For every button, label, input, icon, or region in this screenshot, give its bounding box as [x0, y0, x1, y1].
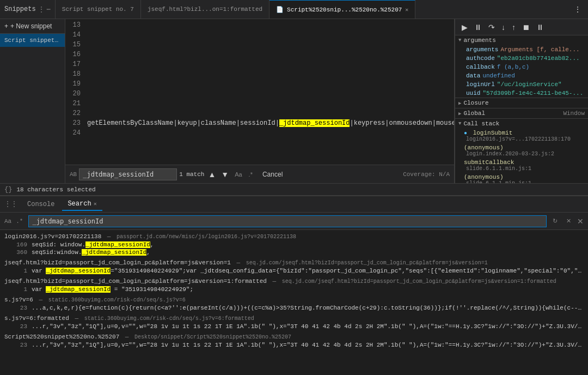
- debug-pause-btn[interactable]: ⏸: [472, 22, 484, 32]
- code-line-17: 17: [65, 61, 454, 70]
- new-snippet-button[interactable]: + + New snippet: [4, 22, 52, 30]
- search-bar: Aa .* ↻ ✕ ✕: [0, 213, 588, 230]
- global-window-val: Window: [563, 110, 585, 117]
- search-clear-button[interactable]: ✕: [564, 216, 574, 226]
- line-number: 169: [11, 241, 27, 248]
- callstack-item-anon2[interactable]: (anonymous) slide.6.1.1.min.js:1: [455, 173, 588, 183]
- tab-script7[interactable]: Script snippet no. 7: [56, 0, 141, 19]
- search-result-line[interactable]: 23...a,c,k,e,r){e=function(c){return(c<a…: [0, 304, 588, 312]
- callstack-item-submitcallback[interactable]: submitCallback slide.6.1.1.min.js:1: [455, 158, 588, 173]
- search-result-line[interactable]: 1var _jdtdmap_sessionId="351931498402249…: [0, 267, 588, 275]
- snippets-panel-menu-icon[interactable]: ⋮: [38, 5, 45, 14]
- code-line-15: 15: [65, 41, 454, 51]
- file-name: login2016.js?v=201702221138: [4, 233, 101, 240]
- callstack-header[interactable]: ▼ Call stack: [455, 119, 588, 129]
- file-name: s.js?v=6:formatted: [4, 315, 69, 322]
- code-line-13: 13: [65, 21, 454, 31]
- find-next-button[interactable]: ▼: [219, 170, 230, 179]
- search-input[interactable]: [28, 215, 547, 227]
- search-result-file[interactable]: s.js?v=6:formatted — static.360buyimg.co…: [0, 314, 588, 323]
- find-cancel-button[interactable]: Cancel: [258, 170, 287, 179]
- char-count: 18 characters selected: [16, 186, 95, 193]
- search-dot-label: .*: [16, 218, 23, 225]
- code-line-14: 14: [65, 31, 454, 41]
- debug-row-authcode: authcode "eb2a01cb8b7741eab82...: [455, 54, 588, 63]
- search-result-group: jseqf.html?bizId=passport_jd_com_login_p…: [0, 258, 588, 275]
- file-name: s.js?v=6: [4, 297, 33, 303]
- search-result-line[interactable]: 360seqSid:window._jdtdmap_sessionId,: [0, 249, 588, 256]
- bottom-panel: ⋮⋮ Console Search ✕ Aa .* ↻ ✕ ✕ login201…: [0, 195, 588, 375]
- debug-step-out-btn[interactable]: ↑: [510, 22, 518, 32]
- curly-braces-icon: {}: [4, 186, 12, 193]
- debug-more-btn[interactable]: ⏸: [534, 22, 546, 32]
- code-line-22: 22: [65, 110, 454, 119]
- search-result-line[interactable]: 169seqSid: window._jdtdmap_sessionId,: [0, 241, 588, 249]
- search-result-group: s.js?v=6 — static.360buyimg.com/risk-cdn…: [0, 295, 588, 312]
- tab-search[interactable]: Search ✕: [62, 198, 102, 211]
- line-text: seqSid:window._jdtdmap_sessionId,: [32, 249, 150, 256]
- global-section-header[interactable]: ▶ Global Window: [455, 108, 588, 118]
- debug-dot-icon: ●: [464, 130, 467, 136]
- url-separator: —: [33, 297, 48, 303]
- chevron-right-icon-2: ▶: [458, 111, 461, 117]
- tab-script-snippet-label: Script%2520snip...%2520no.%25207: [287, 7, 402, 13]
- search-result-file[interactable]: jseqf.html?bizId=passport_jd_com_login_p…: [0, 277, 588, 286]
- tab-script7-label: Script snippet no. 7: [62, 6, 134, 13]
- search-result-file[interactable]: jseqf.html?bizId=passport_jd_com_login_p…: [0, 258, 588, 267]
- code-area[interactable]: 13 14 15 16 17 18 19 20 21 22 23 getElem…: [65, 19, 454, 165]
- search-highlight: _jdtdmap_sessionId: [82, 249, 146, 256]
- tab-console[interactable]: Console: [22, 198, 60, 210]
- top-bar: Snippets ⋮ ⋯ Script snippet no. 7 jseqf.…: [0, 0, 588, 19]
- find-input[interactable]: [79, 168, 177, 180]
- line-number: 360: [11, 249, 27, 256]
- line-text: ...a,c,k,e,r){e=function(c){return(c<a?'…: [32, 305, 584, 311]
- snippets-panel-dots-icon[interactable]: ⋯: [47, 5, 51, 14]
- file-url: static.360buyimg.com/risk-cdn/seq/s.js?v…: [48, 297, 186, 303]
- search-result-line[interactable]: 23...r,"3v","3z","1Q"],u=0,v="",w="28 1v…: [0, 341, 588, 349]
- file-icon: 📄: [276, 6, 284, 13]
- debug-resume-btn[interactable]: ▶: [460, 22, 470, 32]
- callstack-item-anon1[interactable]: (anonymous) login.index.2020-03-23.js:2: [455, 143, 588, 158]
- url-separator: —: [69, 315, 84, 322]
- scope-section-arguments[interactable]: ▼ arguments: [455, 35, 588, 45]
- global-section: ▶ Global Window: [455, 108, 588, 119]
- find-regex-button[interactable]: .*: [247, 170, 255, 179]
- closure-label: Closure: [463, 100, 488, 106]
- closure-section: ▶ Closure: [455, 98, 588, 108]
- search-result-file[interactable]: login2016.js?v=201702221138 — passport.j…: [0, 232, 588, 241]
- find-case-button[interactable]: Aa: [232, 170, 244, 179]
- tab-close-icon[interactable]: ✕: [405, 7, 408, 13]
- file-name: Script%2520snippet%2520no.%25207: [4, 334, 119, 340]
- debug-step-into-btn[interactable]: ↓: [499, 22, 507, 32]
- search-result-line[interactable]: 1var _jdtdmap_sessionId = "3519314984022…: [0, 286, 588, 293]
- tab-jseqf[interactable]: jseqf.html?bizl...on=1:formatted: [141, 0, 270, 19]
- closure-section-header[interactable]: ▶ Closure: [455, 98, 588, 108]
- scope-section: ▼ arguments arguments Arguments [f, call…: [455, 35, 588, 98]
- search-result-file[interactable]: s.js?v=6 — static.360buyimg.com/risk-cdn…: [0, 295, 588, 304]
- bottom-tabs: ⋮⋮ Console Search ✕: [0, 196, 588, 213]
- debug-step-over-btn[interactable]: ↷: [486, 22, 497, 32]
- snippets-panel[interactable]: Snippets ⋮ ⋯: [0, 0, 56, 19]
- scope-arguments-label: arguments: [463, 37, 495, 44]
- code-editor: 13 14 15 16 17 18 19 20 21 22 23 getElem…: [65, 19, 455, 183]
- callstack-item-loginsubmit[interactable]: ● loginSubmit login2016.js?v=...17022211…: [455, 129, 588, 143]
- line-number: 23: [11, 342, 27, 348]
- search-highlight: _jdtdmap_sessionId: [46, 286, 111, 293]
- debug-deactivate-btn[interactable]: ⏹: [520, 22, 532, 32]
- bottom-panel-close-button[interactable]: ✕: [577, 217, 584, 226]
- search-results-area[interactable]: login2016.js?v=201702221138 — passport.j…: [0, 230, 588, 375]
- find-prev-button[interactable]: ▲: [206, 170, 217, 179]
- snippet-item-1[interactable]: Script snippet n...: [0, 34, 65, 47]
- search-result-group: login2016.js?v=201702221138 — passport.j…: [0, 232, 588, 256]
- bottom-panel-menu-icon[interactable]: ⋮⋮: [4, 200, 17, 208]
- search-refresh-button[interactable]: ↻: [550, 216, 560, 226]
- tab-search-close-icon[interactable]: ✕: [94, 201, 97, 207]
- search-result-line[interactable]: 23...r,"3v","3z","1Q"],u=0,v="",w="28 1v…: [0, 323, 588, 330]
- tab-search-label: Search: [68, 200, 91, 208]
- highlighted-token: _jdtdmap_sessionId: [279, 119, 350, 127]
- code-line-19: 19: [65, 80, 454, 90]
- toolbar-btn-1[interactable]: ⋮: [572, 4, 584, 15]
- file-url: seq.jd.com/jseqf.html?bizId=passport_jd_…: [246, 260, 488, 266]
- search-result-file[interactable]: Script%2520snippet%2520no.%25207 — Deskt…: [0, 332, 588, 341]
- tab-script-snippet[interactable]: 📄 Script%2520snip...%2520no.%25207 ✕: [270, 0, 415, 19]
